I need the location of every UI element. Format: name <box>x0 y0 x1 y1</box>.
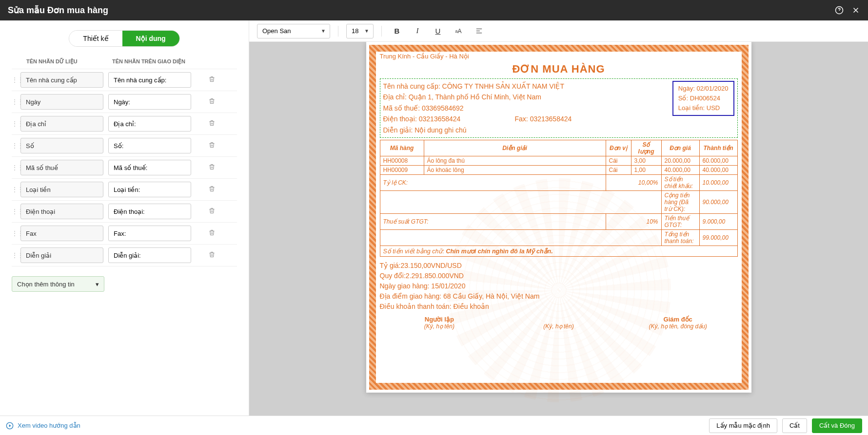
video-tutorial-link[interactable]: Xem video hướng dẫn <box>6 422 80 430</box>
field-ui-label-input[interactable] <box>108 160 191 175</box>
exchange-rate: Tỷ giá:23.150,00VND/USD <box>380 261 738 271</box>
field-row: ⋮⋮ <box>12 91 237 113</box>
save-button[interactable]: Cất <box>782 418 807 433</box>
field-data-label-input[interactable] <box>20 204 103 219</box>
col-amount: Thành tiền <box>699 140 737 156</box>
payment-terms: Điều khoản thanh toán: Điều khoản <box>380 302 738 312</box>
field-row: ⋮⋮ <box>12 222 237 244</box>
footer: Xem video hướng dẫn Lấy mẫu mặc định Cất… <box>0 416 868 435</box>
document-canvas[interactable]: Trung Kính - Cầu Giấy - Hà Nội ĐƠN MUA H… <box>249 42 868 416</box>
trash-icon[interactable] <box>207 141 217 150</box>
info-box: Ngày: 02/01/2020 Số: DH006524 Loại tiền:… <box>672 81 734 116</box>
font-family-value: Open San <box>262 27 291 35</box>
editor-toolbar: Open San ▼ 18 ▼ B I U aA <box>249 20 868 42</box>
field-ui-label-input[interactable] <box>108 72 191 88</box>
amount-in-words: Số tiền viết bằng chữ: Chín mươi chín ng… <box>380 246 738 257</box>
table-row: HH00009Áo khoác lôngCái1,0040.000,0040.0… <box>380 165 737 174</box>
col-price: Đơn giá <box>661 140 699 156</box>
field-data-label-input[interactable] <box>20 116 103 132</box>
font-family-select[interactable]: Open San ▼ <box>257 24 330 38</box>
field-data-label-input[interactable] <box>20 247 103 263</box>
trash-icon[interactable] <box>207 251 217 260</box>
default-template-button[interactable]: Lấy mẫu mặc định <box>709 418 777 433</box>
document-title: ĐƠN MUA HÀNG <box>380 63 738 76</box>
dialog-title: Sửa mẫu Đơn mua hàng <box>8 5 108 16</box>
drag-handle-icon[interactable]: ⋮⋮ <box>12 230 20 237</box>
font-case-button[interactable]: aA <box>451 24 466 38</box>
tab-switch: Thiết kế Nội dung <box>69 30 179 47</box>
field-row: ⋮⋮ <box>12 244 237 266</box>
align-button[interactable] <box>472 24 486 38</box>
field-row: ⋮⋮ <box>12 178 237 200</box>
left-panel: Thiết kế Nội dung TÊN NHÃN DỮ LIỆU TÊN N… <box>0 20 249 416</box>
company-address: Trung Kính - Cầu Giấy - Hà Nội <box>380 53 738 60</box>
col-desc: Diễn giải <box>424 140 606 156</box>
tab-design[interactable]: Thiết kế <box>69 31 122 46</box>
trash-icon[interactable] <box>207 185 217 194</box>
add-more-select[interactable]: Chọn thêm thông tin ▾ <box>12 276 104 292</box>
field-data-label-input[interactable] <box>20 138 103 153</box>
col-unit: Đơn vị <box>606 140 631 156</box>
trash-icon[interactable] <box>207 229 217 238</box>
drag-handle-icon[interactable]: ⋮⋮ <box>12 208 20 215</box>
info-block: Ngày: 02/01/2020 Số: DH006524 Loại tiền:… <box>380 78 738 138</box>
field-data-label-input[interactable] <box>20 226 103 241</box>
add-more-label: Chọn thêm thông tin <box>17 281 75 288</box>
field-data-label-input[interactable] <box>20 72 103 88</box>
field-row: ⋮⋮ <box>12 156 237 178</box>
col-header-ui: TÊN NHÃN TRÊN GIAO DIỆN <box>112 58 185 65</box>
chevron-down-icon: ▼ <box>364 28 369 34</box>
col-sku: Mã hàng <box>380 140 424 156</box>
field-ui-label-input[interactable] <box>108 226 191 241</box>
field-row: ⋮⋮ <box>12 134 237 156</box>
trash-icon[interactable] <box>207 119 217 128</box>
drag-handle-icon[interactable]: ⋮⋮ <box>12 142 20 149</box>
video-tutorial-label: Xem video hướng dẫn <box>18 422 80 429</box>
trash-icon[interactable] <box>207 97 217 106</box>
font-size-select[interactable]: 18 ▼ <box>346 24 374 38</box>
drag-handle-icon[interactable]: ⋮⋮ <box>12 186 20 193</box>
col-header-data: TÊN NHÃN DỮ LIỆU <box>26 58 112 65</box>
drag-handle-icon[interactable]: ⋮⋮ <box>12 252 20 259</box>
drag-handle-icon[interactable]: ⋮⋮ <box>12 164 20 171</box>
drag-handle-icon[interactable]: ⋮⋮ <box>12 98 20 105</box>
field-row: ⋮⋮ <box>12 113 237 134</box>
field-ui-label-input[interactable] <box>108 116 191 132</box>
field-data-label-input[interactable] <box>20 182 103 197</box>
signatures: Người lập (Ký, họ tên) (Ký, họ tên) Giám… <box>380 316 738 330</box>
table-row: HH00008Áo lông đa thúCái3,0020.000,0060.… <box>380 156 737 165</box>
font-size-value: 18 <box>352 27 358 35</box>
italic-button[interactable]: I <box>410 24 425 38</box>
drag-handle-icon[interactable]: ⋮⋮ <box>12 120 20 127</box>
bold-button[interactable]: B <box>390 24 404 38</box>
trash-icon[interactable] <box>207 76 217 84</box>
field-row: ⋮⋮ <box>12 200 237 222</box>
delivery-date: Ngày giao hàng: 15/01/2020 <box>380 281 738 291</box>
field-data-label-input[interactable] <box>20 94 103 110</box>
field-ui-label-input[interactable] <box>108 182 191 197</box>
field-ui-label-input[interactable] <box>108 247 191 263</box>
chevron-down-icon: ▾ <box>96 281 99 288</box>
delivery-place: Địa điểm giao hàng: 68 Cầu Giấy, Hà Nội,… <box>380 291 738 302</box>
underline-button[interactable]: U <box>431 24 445 38</box>
chevron-down-icon: ▼ <box>321 28 326 34</box>
save-close-button[interactable]: Cất và Đóng <box>812 418 862 433</box>
help-icon[interactable] <box>835 6 844 15</box>
drag-handle-icon[interactable]: ⋮⋮ <box>12 76 20 83</box>
field-ui-label-input[interactable] <box>108 94 191 110</box>
field-row: ⋮⋮ <box>12 69 237 91</box>
close-icon[interactable] <box>851 6 860 15</box>
trash-icon[interactable] <box>207 163 217 172</box>
field-ui-label-input[interactable] <box>108 138 191 153</box>
items-table: Mã hàng Diễn giải Đơn vị Số lượng Đơn gi… <box>380 140 738 246</box>
trash-icon[interactable] <box>207 207 217 216</box>
dialog-header: Sửa mẫu Đơn mua hàng <box>0 0 868 20</box>
field-data-label-input[interactable] <box>20 160 103 175</box>
col-qty: Số lượng <box>631 140 661 156</box>
field-ui-label-input[interactable] <box>108 204 191 219</box>
converted-amount: Quy đổi:2.291.850.000VND <box>380 271 738 281</box>
document-page: Trung Kính - Cầu Giấy - Hà Nội ĐƠN MUA H… <box>366 42 751 393</box>
tab-content[interactable]: Nội dung <box>122 31 179 46</box>
